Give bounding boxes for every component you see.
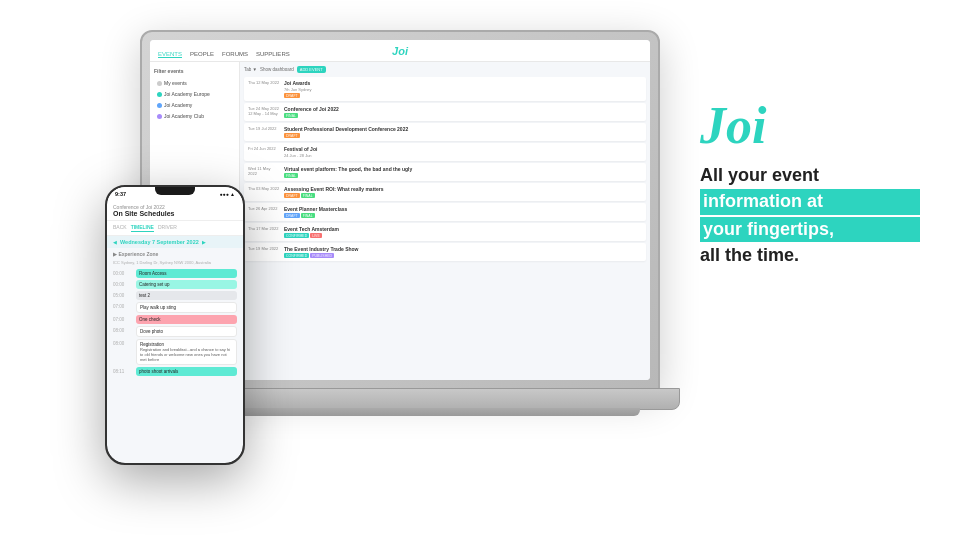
sidebar-item-academy[interactable]: Joi Academy [154,100,235,110]
phone-tab-back[interactable]: BACK [113,224,127,232]
phone-body: 9:37 ●●● ▲ Conference of Joi 2022 On Sit… [105,185,245,465]
dot-icon [157,92,162,97]
schedule-row: 05:00 test 2 [113,291,237,300]
phone-tab-driver[interactable]: DRIVER [158,224,177,232]
table-row[interactable]: Thu 17 Mar 2022 Event Tech Amsterdam CON… [244,223,646,241]
scene: Joi EVENTS PEOPLE FORUMS SUPPLIERS Filte… [0,0,960,540]
dot-icon [157,114,162,119]
chevron-left-icon: ◀ [113,239,117,245]
nav-suppliers[interactable]: SUPPLIERS [256,51,290,58]
phone-date-header: ◀ Wednesday 7 September 2022 ▶ [107,236,243,248]
sidebar-item-myevents[interactable]: My events [154,78,235,88]
phone-status-icons: ●●● ▲ [220,191,235,197]
sidebar-item-club[interactable]: Joi Academy Club [154,111,235,121]
sidebar-item-europe[interactable]: Joi Academy Europe [154,89,235,99]
phone-zone-header: ▶ Experience Zone [107,248,243,260]
phone: 9:37 ●●● ▲ Conference of Joi 2022 On Sit… [105,185,245,465]
nav-forums[interactable]: FORUMS [222,51,248,58]
phone-screen: 9:37 ●●● ▲ Conference of Joi 2022 On Sit… [107,187,243,463]
filter-label: Filter events [154,68,235,74]
nav-people[interactable]: PEOPLE [190,51,214,58]
screen-nav: EVENTS PEOPLE FORUMS SUPPLIERS [158,51,290,58]
schedule-row: 08:00 Registration Registration and brea… [113,339,237,365]
app-logo: Joi [392,45,408,57]
screen-main: Tab ▼ Show dashboard ADD EVENT Thu 12 Ma… [240,62,650,380]
chevron-right-icon: ▶ [202,239,206,245]
schedule-row: 07:00 Play walk up sting [113,302,237,313]
brand-section: Joi All your event information at your f… [700,100,920,270]
phone-time: 9:37 [115,191,126,197]
table-row[interactable]: Thu 12 May 2022 Joi Awards 7th Jun Sydne… [244,77,646,101]
phone-location: ICC Sydney, 1 Darling Dr, Sydney NSW 200… [107,260,243,265]
table-row[interactable]: Thu 03 May 2022 Assessing Event ROI: Wha… [244,183,646,201]
tagline-line2: information at [700,189,920,214]
table-row[interactable]: Tue 19 Jul 2022 Student Professional Dev… [244,123,646,141]
brand-tagline: All your event information at your finge… [700,164,920,268]
dot-icon [157,103,162,108]
schedule-row: 08:11 photo shoot arrivals [113,367,237,376]
dot-icon [157,81,162,86]
schedule-row: 08:00 Dove photo [113,326,237,337]
nav-events[interactable]: EVENTS [158,51,182,58]
phone-page-title: On Site Schedules [113,210,237,217]
table-row[interactable]: Tue 19 Mar 2022 The Event Industry Trade… [244,243,646,261]
tagline-line1: All your event [700,164,920,187]
phone-schedule: 00:00 Room Access 00:00 Catering set up … [107,267,243,380]
table-row[interactable]: Tue 26 Apr 2022 Event Planner Masterclas… [244,203,646,221]
schedule-row: 07:00 One check [113,315,237,324]
screen-header: Joi EVENTS PEOPLE FORUMS SUPPLIERS [150,40,650,62]
brand-logo: Joi [700,100,920,152]
phone-app-header: Conference of Joi 2022 On Site Schedules [107,201,243,221]
add-event-button[interactable]: ADD EVENT [297,66,326,73]
schedule-row: 00:00 Catering set up [113,280,237,289]
phone-date-text: Wednesday 7 September 2022 [120,239,199,245]
phone-tabs: BACK TIMELINE DRIVER [107,221,243,236]
phone-tab-timeline[interactable]: TIMELINE [131,224,154,232]
tagline-line4: all the time. [700,244,920,267]
table-row[interactable]: Tue 24 May 202212 May - 14 May Conferenc… [244,103,646,121]
event-list: Thu 12 May 2022 Joi Awards 7th Jun Sydne… [244,77,646,261]
main-toolbar: Tab ▼ Show dashboard ADD EVENT [244,66,646,73]
tagline-line3: your fingertips, [700,217,920,242]
table-row[interactable]: Wed 11 May 2022 Virtual event platform: … [244,163,646,181]
table-row[interactable]: Fri 24 Jun 2022 Festival of Joi 24 Jun -… [244,143,646,161]
phone-notch [155,187,195,195]
schedule-row: 00:00 Room Access [113,269,237,278]
